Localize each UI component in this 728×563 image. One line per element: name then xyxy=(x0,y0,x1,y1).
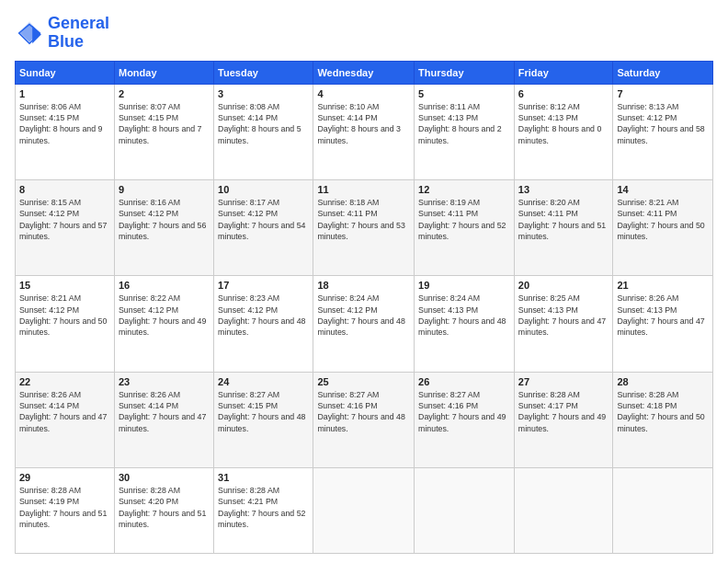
day-info: Sunrise: 8:27 AMSunset: 4:16 PMDaylight:… xyxy=(418,389,510,434)
day-info: Sunrise: 8:22 AMSunset: 4:12 PMDaylight:… xyxy=(119,293,210,338)
col-header-sunday: Sunday xyxy=(16,61,115,84)
day-number: 7 xyxy=(617,88,709,99)
calendar-cell: 8Sunrise: 8:15 AMSunset: 4:12 PMDaylight… xyxy=(16,179,115,275)
col-header-friday: Friday xyxy=(514,61,613,84)
day-number: 11 xyxy=(317,184,410,195)
day-number: 21 xyxy=(617,280,709,291)
page: General Blue SundayMondayTuesdayWednesda… xyxy=(0,0,728,563)
calendar-cell: 4Sunrise: 8:10 AMSunset: 4:14 PMDaylight… xyxy=(313,84,415,179)
day-info: Sunrise: 8:13 AMSunset: 4:12 PMDaylight:… xyxy=(617,101,709,146)
day-info: Sunrise: 8:07 AMSunset: 4:15 PMDaylight:… xyxy=(119,101,210,146)
day-info: Sunrise: 8:27 AMSunset: 4:15 PMDaylight:… xyxy=(218,389,309,434)
calendar-cell: 30Sunrise: 8:28 AMSunset: 4:20 PMDayligh… xyxy=(114,468,213,554)
day-info: Sunrise: 8:26 AMSunset: 4:13 PMDaylight:… xyxy=(617,293,709,338)
day-number: 8 xyxy=(19,184,110,195)
day-number: 25 xyxy=(317,376,410,387)
calendar-cell xyxy=(415,468,515,554)
day-number: 29 xyxy=(19,472,110,483)
day-number: 24 xyxy=(218,376,309,387)
calendar-cell: 11Sunrise: 8:18 AMSunset: 4:11 PMDayligh… xyxy=(313,179,415,275)
calendar-cell: 31Sunrise: 8:28 AMSunset: 4:21 PMDayligh… xyxy=(214,468,313,554)
calendar-header-row: SundayMondayTuesdayWednesdayThursdayFrid… xyxy=(16,61,713,84)
day-number: 30 xyxy=(119,472,210,483)
day-info: Sunrise: 8:26 AMSunset: 4:14 PMDaylight:… xyxy=(119,389,210,434)
calendar-cell: 6Sunrise: 8:12 AMSunset: 4:13 PMDaylight… xyxy=(514,84,613,179)
calendar-cell: 22Sunrise: 8:26 AMSunset: 4:14 PMDayligh… xyxy=(16,372,115,467)
day-number: 31 xyxy=(218,472,309,483)
day-number: 26 xyxy=(418,376,510,387)
day-number: 28 xyxy=(617,376,709,387)
day-number: 27 xyxy=(518,376,609,387)
day-number: 15 xyxy=(19,280,110,291)
calendar-week-5: 29Sunrise: 8:28 AMSunset: 4:19 PMDayligh… xyxy=(16,468,713,554)
day-number: 3 xyxy=(218,88,309,99)
calendar-cell: 18Sunrise: 8:24 AMSunset: 4:12 PMDayligh… xyxy=(313,276,415,372)
day-info: Sunrise: 8:12 AMSunset: 4:13 PMDaylight:… xyxy=(518,101,609,146)
day-number: 6 xyxy=(518,88,609,99)
day-info: Sunrise: 8:06 AMSunset: 4:15 PMDaylight:… xyxy=(19,101,110,146)
calendar-cell: 23Sunrise: 8:26 AMSunset: 4:14 PMDayligh… xyxy=(114,372,213,467)
calendar-week-2: 8Sunrise: 8:15 AMSunset: 4:12 PMDaylight… xyxy=(16,179,713,275)
calendar-cell: 24Sunrise: 8:27 AMSunset: 4:15 PMDayligh… xyxy=(214,372,313,467)
calendar-cell xyxy=(514,468,613,554)
calendar-cell: 15Sunrise: 8:21 AMSunset: 4:12 PMDayligh… xyxy=(16,276,115,372)
day-info: Sunrise: 8:16 AMSunset: 4:12 PMDaylight:… xyxy=(119,197,210,242)
day-info: Sunrise: 8:26 AMSunset: 4:14 PMDaylight:… xyxy=(19,389,110,434)
logo: General Blue xyxy=(15,15,109,52)
logo-text: General Blue xyxy=(48,15,109,52)
day-info: Sunrise: 8:21 AMSunset: 4:12 PMDaylight:… xyxy=(19,293,110,338)
calendar-cell: 28Sunrise: 8:28 AMSunset: 4:18 PMDayligh… xyxy=(613,372,713,467)
calendar-cell xyxy=(613,468,713,554)
day-number: 17 xyxy=(218,280,309,291)
day-number: 22 xyxy=(19,376,110,387)
day-number: 19 xyxy=(418,280,510,291)
calendar-cell: 14Sunrise: 8:21 AMSunset: 4:11 PMDayligh… xyxy=(613,179,713,275)
day-info: Sunrise: 8:10 AMSunset: 4:14 PMDaylight:… xyxy=(317,101,410,146)
calendar-cell: 27Sunrise: 8:28 AMSunset: 4:17 PMDayligh… xyxy=(514,372,613,467)
calendar-cell: 7Sunrise: 8:13 AMSunset: 4:12 PMDaylight… xyxy=(613,84,713,179)
day-info: Sunrise: 8:28 AMSunset: 4:18 PMDaylight:… xyxy=(617,389,709,434)
calendar-cell: 25Sunrise: 8:27 AMSunset: 4:16 PMDayligh… xyxy=(313,372,415,467)
calendar-cell: 12Sunrise: 8:19 AMSunset: 4:11 PMDayligh… xyxy=(415,179,515,275)
col-header-thursday: Thursday xyxy=(415,61,515,84)
calendar-cell: 17Sunrise: 8:23 AMSunset: 4:12 PMDayligh… xyxy=(214,276,313,372)
day-info: Sunrise: 8:28 AMSunset: 4:17 PMDaylight:… xyxy=(518,389,609,434)
day-info: Sunrise: 8:28 AMSunset: 4:19 PMDaylight:… xyxy=(19,485,110,530)
col-header-monday: Monday xyxy=(114,61,213,84)
day-number: 12 xyxy=(418,184,510,195)
day-info: Sunrise: 8:19 AMSunset: 4:11 PMDaylight:… xyxy=(418,197,510,242)
day-number: 5 xyxy=(418,88,510,99)
calendar-cell: 20Sunrise: 8:25 AMSunset: 4:13 PMDayligh… xyxy=(514,276,613,372)
calendar-cell: 2Sunrise: 8:07 AMSunset: 4:15 PMDaylight… xyxy=(114,84,213,179)
day-info: Sunrise: 8:20 AMSunset: 4:11 PMDaylight:… xyxy=(518,197,609,242)
day-number: 9 xyxy=(119,184,210,195)
day-info: Sunrise: 8:28 AMSunset: 4:20 PMDaylight:… xyxy=(119,485,210,530)
calendar-cell xyxy=(313,468,415,554)
calendar-week-4: 22Sunrise: 8:26 AMSunset: 4:14 PMDayligh… xyxy=(16,372,713,467)
calendar-cell: 10Sunrise: 8:17 AMSunset: 4:12 PMDayligh… xyxy=(214,179,313,275)
day-info: Sunrise: 8:21 AMSunset: 4:11 PMDaylight:… xyxy=(617,197,709,242)
calendar-table: SundayMondayTuesdayWednesdayThursdayFrid… xyxy=(15,61,713,554)
day-info: Sunrise: 8:23 AMSunset: 4:12 PMDaylight:… xyxy=(218,293,309,338)
day-number: 16 xyxy=(119,280,210,291)
day-number: 4 xyxy=(317,88,410,99)
day-number: 20 xyxy=(518,280,609,291)
calendar-cell: 19Sunrise: 8:24 AMSunset: 4:13 PMDayligh… xyxy=(415,276,515,372)
day-info: Sunrise: 8:28 AMSunset: 4:21 PMDaylight:… xyxy=(218,485,309,530)
calendar-cell: 16Sunrise: 8:22 AMSunset: 4:12 PMDayligh… xyxy=(114,276,213,372)
day-info: Sunrise: 8:11 AMSunset: 4:13 PMDaylight:… xyxy=(418,101,510,146)
calendar-cell: 21Sunrise: 8:26 AMSunset: 4:13 PMDayligh… xyxy=(613,276,713,372)
calendar-cell: 29Sunrise: 8:28 AMSunset: 4:19 PMDayligh… xyxy=(16,468,115,554)
calendar-week-3: 15Sunrise: 8:21 AMSunset: 4:12 PMDayligh… xyxy=(16,276,713,372)
day-info: Sunrise: 8:17 AMSunset: 4:12 PMDaylight:… xyxy=(218,197,309,242)
day-info: Sunrise: 8:27 AMSunset: 4:16 PMDaylight:… xyxy=(317,389,410,434)
day-number: 18 xyxy=(317,280,410,291)
calendar-week-1: 1Sunrise: 8:06 AMSunset: 4:15 PMDaylight… xyxy=(16,84,713,179)
day-info: Sunrise: 8:24 AMSunset: 4:12 PMDaylight:… xyxy=(317,293,410,338)
col-header-wednesday: Wednesday xyxy=(313,61,415,84)
day-info: Sunrise: 8:18 AMSunset: 4:11 PMDaylight:… xyxy=(317,197,410,242)
col-header-tuesday: Tuesday xyxy=(214,61,313,84)
calendar-cell: 26Sunrise: 8:27 AMSunset: 4:16 PMDayligh… xyxy=(415,372,515,467)
col-header-saturday: Saturday xyxy=(613,61,713,84)
day-number: 2 xyxy=(119,88,210,99)
